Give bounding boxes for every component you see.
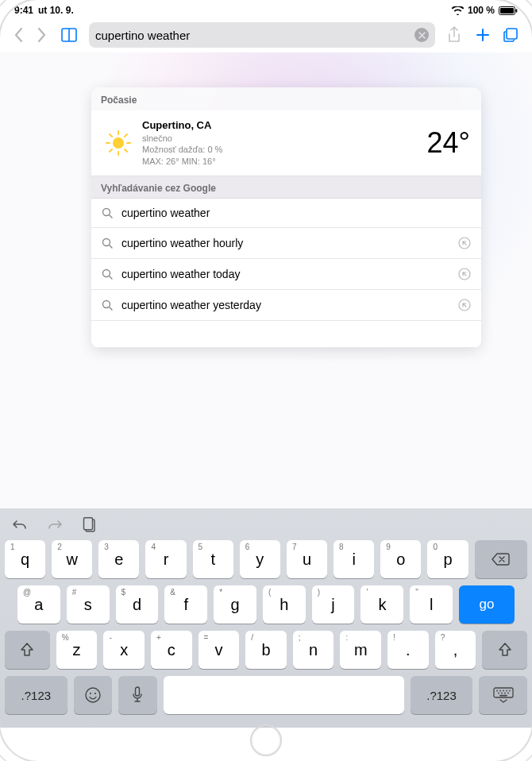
suggestion-text: cupertino weather today xyxy=(121,268,449,280)
svg-point-11 xyxy=(103,301,110,308)
clear-input-button[interactable] xyxy=(414,28,429,42)
key-l[interactable]: "l xyxy=(410,585,453,624)
sun-icon xyxy=(102,127,134,159)
search-icon xyxy=(101,207,114,219)
svg-point-24 xyxy=(509,690,511,692)
key-p[interactable]: 0p xyxy=(427,540,468,578)
google-section-label: Vyhľadávanie cez Google xyxy=(91,176,481,199)
hide-keyboard-key[interactable] xyxy=(479,676,527,714)
svg-point-27 xyxy=(504,693,506,694)
key-f[interactable]: &f xyxy=(164,585,207,624)
weather-temperature: 24° xyxy=(427,126,470,160)
key-j[interactable]: )j xyxy=(312,585,355,624)
suggestion-text: cupertino weather hourly xyxy=(121,237,449,249)
key-i[interactable]: 8i xyxy=(333,540,374,578)
svg-rect-29 xyxy=(499,695,507,697)
new-tab-button[interactable] xyxy=(473,25,492,44)
key-y[interactable]: 6y xyxy=(240,540,280,578)
backspace-key[interactable] xyxy=(475,540,528,578)
key-r[interactable]: 4r xyxy=(145,540,186,578)
weather-rain-chance: Možnosť dažďa: 0 % xyxy=(142,144,419,156)
weather-card[interactable]: Cupertino, CA slnečno Možnosť dažďa: 0 %… xyxy=(91,110,481,176)
status-bar: 9:41 ut 10. 9. 100 % xyxy=(0,0,532,17)
svg-rect-1 xyxy=(500,8,514,14)
key-s[interactable]: #s xyxy=(67,585,110,624)
weather-condition: slnečno xyxy=(142,133,419,145)
search-icon xyxy=(101,299,114,311)
space-key[interactable] xyxy=(164,676,404,714)
numsym-key[interactable]: .?123 xyxy=(5,676,67,714)
svg-rect-2 xyxy=(516,9,518,12)
key-z[interactable]: %z xyxy=(56,631,98,669)
svg-point-20 xyxy=(496,690,498,692)
suggestions-panel: Počasie Cupertino, CA slnečno Možnosť da… xyxy=(91,87,481,348)
battery-percent: 100 % xyxy=(468,5,495,16)
append-suggestion-button[interactable] xyxy=(457,298,472,312)
append-suggestion-button[interactable] xyxy=(457,236,472,250)
go-key[interactable]: go xyxy=(459,585,515,624)
key-k[interactable]: 'k xyxy=(360,585,403,624)
wifi-icon xyxy=(452,6,464,15)
key-v[interactable]: =v xyxy=(199,631,240,669)
key-h[interactable]: (h xyxy=(263,585,306,624)
home-button[interactable] xyxy=(250,724,282,756)
key-n[interactable]: ;n xyxy=(293,631,334,669)
key-m[interactable]: :m xyxy=(340,631,381,669)
suggestions-tail xyxy=(91,321,481,348)
share-button[interactable] xyxy=(445,25,464,44)
svg-point-25 xyxy=(498,693,499,694)
key-e[interactable]: 3e xyxy=(98,540,139,578)
keyboard-toolbar xyxy=(5,513,527,540)
browser-toolbar xyxy=(0,17,532,52)
svg-point-5 xyxy=(113,137,124,149)
search-suggestion-row[interactable]: cupertino weather yesterday xyxy=(91,290,481,321)
undo-button[interactable] xyxy=(11,516,29,534)
key-t[interactable]: 5t xyxy=(193,540,233,578)
svg-point-9 xyxy=(103,270,110,277)
forward-button[interactable] xyxy=(35,24,49,46)
search-icon xyxy=(101,237,114,249)
key-x[interactable]: -x xyxy=(103,631,145,669)
shift-key[interactable] xyxy=(482,631,527,669)
battery-icon xyxy=(499,6,518,15)
numsym-key-right[interactable]: .?123 xyxy=(411,676,473,714)
svg-point-15 xyxy=(86,688,100,702)
weather-section-label: Počasie xyxy=(91,87,481,110)
search-suggestion-row[interactable]: cupertino weather hourly xyxy=(91,228,481,259)
key-w[interactable]: 2w xyxy=(52,540,92,578)
key-,[interactable]: ?, xyxy=(435,631,476,669)
shift-key[interactable] xyxy=(5,631,50,669)
key-a[interactable]: @a xyxy=(17,585,60,624)
tabs-button[interactable] xyxy=(502,25,521,44)
key-q[interactable]: 1q xyxy=(5,540,45,578)
suggestion-text: cupertino weather xyxy=(121,207,472,219)
key-.[interactable]: !. xyxy=(387,631,429,669)
key-g[interactable]: *g xyxy=(214,585,256,624)
dictation-key[interactable] xyxy=(118,676,156,714)
svg-point-21 xyxy=(499,690,501,692)
back-button[interactable] xyxy=(11,24,25,46)
svg-point-22 xyxy=(503,690,504,692)
suggestion-text: cupertino weather yesterday xyxy=(121,299,449,311)
bookmarks-button[interactable] xyxy=(59,25,79,45)
svg-rect-18 xyxy=(136,687,140,696)
key-d[interactable]: $d xyxy=(116,585,159,624)
key-c[interactable]: +c xyxy=(151,631,192,669)
status-time: 9:41 xyxy=(14,5,33,16)
key-u[interactable]: 7u xyxy=(287,540,327,578)
key-b[interactable]: /b xyxy=(245,631,287,669)
address-bar[interactable] xyxy=(89,22,435,48)
weather-info: Cupertino, CA slnečno Možnosť dažďa: 0 %… xyxy=(142,118,419,168)
append-suggestion-button[interactable] xyxy=(457,267,472,281)
keyboard: 1q2w3e4r5t6y7u8i9o0p @a#s$d&f*g(h)j'k"lg… xyxy=(0,508,532,728)
search-suggestion-row[interactable]: cupertino weather xyxy=(91,199,481,228)
search-icon xyxy=(101,268,114,280)
address-input[interactable] xyxy=(95,29,410,42)
redo-button[interactable] xyxy=(46,516,64,534)
emoji-key[interactable] xyxy=(74,676,112,714)
clipboard-button[interactable] xyxy=(81,516,98,534)
search-suggestion-row[interactable]: cupertino weather today xyxy=(91,259,481,290)
key-o[interactable]: 9o xyxy=(380,540,421,578)
svg-point-16 xyxy=(90,693,91,694)
svg-point-28 xyxy=(507,693,509,694)
